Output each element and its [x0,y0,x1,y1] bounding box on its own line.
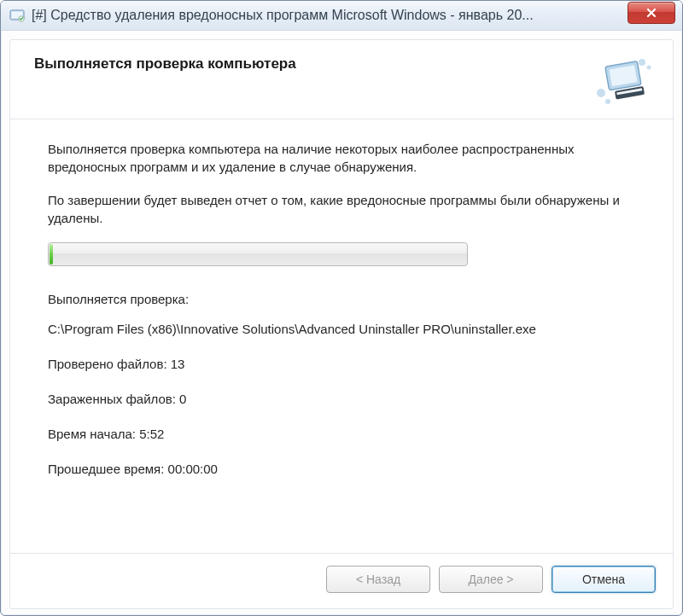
close-button[interactable] [628,2,675,24]
current-scan-path: C:\Program Files (x86)\Innovative Soluti… [48,320,635,338]
svg-point-4 [605,99,610,104]
svg-point-3 [597,89,605,97]
inner-panel: Выполняется проверка компьютера [9,39,674,609]
description-1: Выполняется проверка компьютера на налич… [48,140,635,176]
infected-files: Зараженных файлов: 0 [48,390,635,408]
next-button: Далее > [439,566,543,593]
svg-point-6 [647,66,651,70]
body-section: Выполняется проверка компьютера на налич… [10,119,673,505]
app-icon [9,8,25,23]
back-button: < Назад [326,566,430,593]
window-title: [#] Средство удаления вредоносных програ… [32,8,628,23]
description-2: По завершении будет выведен отчет о том,… [48,191,635,227]
elapsed-time: Прошедшее время: 00:00:00 [48,460,635,478]
dialog-window: [#] Средство удаления вредоносных програ… [0,0,683,616]
files-checked: Проверено файлов: 13 [48,355,635,373]
progress-bar [48,242,468,266]
footer-buttons: < Назад Далее > Отмена [10,553,673,608]
header-section: Выполняется проверка компьютера [10,40,673,119]
svg-point-5 [639,59,645,66]
status-list: Выполняется проверка: C:\Program Files (… [48,290,635,478]
progress-chunk [50,244,53,264]
scan-illustration-icon [593,55,652,107]
checking-label: Выполняется проверка: [48,290,635,308]
start-time: Время начала: 5:52 [48,425,635,443]
page-title: Выполняется проверка компьютера [34,55,593,73]
cancel-button[interactable]: Отмена [552,566,656,593]
close-icon [645,8,657,18]
titlebar: [#] Средство удаления вредоносных програ… [1,1,682,31]
